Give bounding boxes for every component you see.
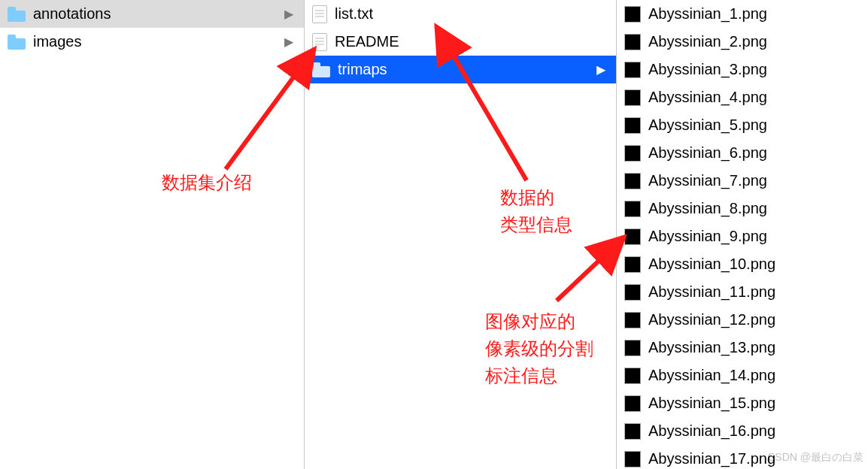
folder-row-images[interactable]: images ▶ xyxy=(0,28,304,56)
file-label: Abyssinian_11.png xyxy=(648,283,860,301)
file-row[interactable]: Abyssinian_5.png xyxy=(617,111,868,139)
file-row[interactable]: Abyssinian_9.png xyxy=(617,222,868,250)
image-thumb-icon xyxy=(624,368,641,384)
file-label: Abyssinian_7.png xyxy=(648,172,860,189)
file-label: Abyssinian_3.png xyxy=(648,61,860,78)
file-label: Abyssinian_9.png xyxy=(648,228,860,245)
file-row[interactable]: Abyssinian_10.png xyxy=(617,250,868,278)
file-label: list.txt xyxy=(335,5,609,23)
file-label: Abyssinian_2.png xyxy=(648,33,860,50)
file-label: Abyssinian_15.png xyxy=(648,395,860,412)
file-label: Abyssinian_1.png xyxy=(648,5,860,23)
folder-row-trimaps[interactable]: trimaps ▶ xyxy=(305,56,616,83)
image-thumb-icon xyxy=(624,173,641,189)
folder-icon xyxy=(312,62,330,77)
image-thumb-icon xyxy=(624,117,641,134)
file-label: Abyssinian_5.png xyxy=(648,116,860,134)
folder-label: images xyxy=(33,33,277,50)
folder-icon xyxy=(8,35,26,50)
file-label: Abyssinian_13.png xyxy=(648,339,860,356)
image-thumb-icon xyxy=(624,145,641,162)
file-row[interactable]: Abyssinian_3.png xyxy=(617,56,868,83)
file-row[interactable]: Abyssinian_14.png xyxy=(617,362,868,389)
image-thumb-icon xyxy=(624,34,641,50)
file-label: Abyssinian_14.png xyxy=(648,367,860,384)
file-row-list-txt[interactable]: list.txt xyxy=(305,0,616,28)
file-label: Abyssinian_8.png xyxy=(648,200,860,217)
image-thumb-icon xyxy=(624,256,641,273)
file-label: Abyssinian_12.png xyxy=(648,311,860,328)
annotation-text-2: 数据的 类型信息 xyxy=(500,184,572,238)
file-row[interactable]: Abyssinian_2.png xyxy=(617,28,868,56)
image-thumb-icon xyxy=(624,340,641,356)
file-label: Abyssinian_16.png xyxy=(648,422,860,440)
file-row[interactable]: Abyssinian_8.png xyxy=(617,195,868,222)
watermark: CSDN @最白の白菜 xyxy=(767,451,863,464)
column-1: annotations ▶ images ▶ xyxy=(0,0,305,469)
file-icon xyxy=(312,5,327,23)
file-row[interactable]: Abyssinian_1.png xyxy=(617,0,868,28)
image-thumb-icon xyxy=(624,423,641,440)
annotation-text-3: 图像对应的 像素级的分割 标注信息 xyxy=(485,308,593,389)
image-thumb-icon xyxy=(624,312,641,328)
file-label: Abyssinian_10.png xyxy=(648,256,860,273)
image-thumb-icon xyxy=(624,6,641,23)
image-thumb-icon xyxy=(624,89,641,106)
annotation-text-1: 数据集介绍 xyxy=(162,169,252,196)
file-icon xyxy=(312,33,327,51)
folder-icon xyxy=(8,7,26,22)
image-thumb-icon xyxy=(624,62,641,78)
file-row[interactable]: Abyssinian_6.png xyxy=(617,139,868,167)
image-thumb-icon xyxy=(624,395,641,412)
chevron-right-icon: ▶ xyxy=(284,7,293,21)
image-thumb-icon xyxy=(624,228,641,245)
chevron-right-icon: ▶ xyxy=(596,62,605,77)
file-label: Abyssinian_4.png xyxy=(648,89,860,106)
file-row[interactable]: Abyssinian_12.png xyxy=(617,306,868,334)
file-row[interactable]: Abyssinian_13.png xyxy=(617,334,868,362)
image-thumb-icon xyxy=(624,451,641,467)
finder-window: annotations ▶ images ▶ list.txt README t… xyxy=(0,0,868,469)
chevron-right-icon: ▶ xyxy=(284,35,293,49)
folder-label: annotations xyxy=(33,5,277,23)
file-row[interactable]: Abyssinian_7.png xyxy=(617,167,868,195)
file-row[interactable]: Abyssinian_4.png xyxy=(617,83,868,111)
image-thumb-icon xyxy=(624,284,641,301)
file-label: README xyxy=(335,33,609,50)
file-row-readme[interactable]: README xyxy=(305,28,616,56)
column-3: Abyssinian_1.png Abyssinian_2.png Abyssi… xyxy=(617,0,868,469)
file-label: Abyssinian_6.png xyxy=(648,144,860,162)
folder-label: trimaps xyxy=(338,61,589,78)
image-thumb-icon xyxy=(624,201,641,217)
file-row[interactable]: Abyssinian_16.png xyxy=(617,417,868,445)
folder-row-annotations[interactable]: annotations ▶ xyxy=(0,0,304,28)
file-row[interactable]: Abyssinian_15.png xyxy=(617,389,868,417)
file-row[interactable]: Abyssinian_11.png xyxy=(617,278,868,306)
